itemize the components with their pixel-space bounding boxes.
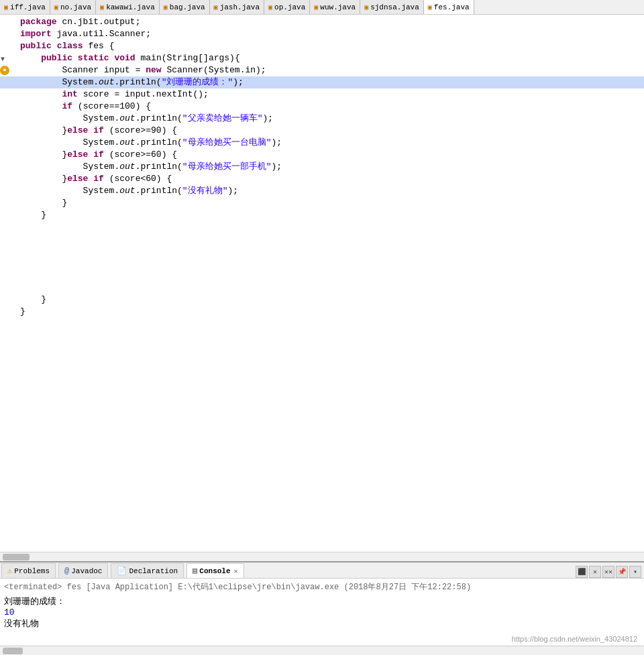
line-14-code: }else if (score<60) { [15, 173, 644, 185]
code-line-11: System.out.println("母亲给她买一台电脑"); [0, 137, 644, 149]
console-terminated: <terminated> fes [Java Application] E:\代… [4, 581, 640, 593]
line-13-code: System.out.println("母亲给她买一部手机"); [15, 161, 644, 173]
line-7-code: int score = input.nextInt(); [15, 88, 644, 101]
tab-sjdnsa[interactable]: ▣ sjdnsa.java [360, 0, 424, 15]
code-padding [0, 318, 644, 371]
java-icon: ▣ [100, 3, 104, 11]
tab-kawawi[interactable]: ▣ kawawi.java [96, 0, 160, 15]
tab-console-label: Console [199, 567, 230, 575]
line-8-code: if (score==100) { [15, 101, 644, 113]
tab-declaration[interactable]: 📄 Declaration [111, 563, 184, 578]
java-icon: ▣ [54, 3, 58, 11]
warn-icon: ⚠ [7, 566, 12, 576]
code-line-13: System.out.println("母亲给她买一部手机"); [0, 161, 644, 173]
code-line-20 [0, 245, 644, 257]
tab-console-x: ✕ [234, 567, 238, 575]
code-line-7: int score = input.nextInt(); [0, 88, 644, 101]
console-line-3: 没有礼物 [4, 617, 640, 630]
tab-declaration-label: Declaration [129, 567, 178, 575]
line-11-code: System.out.println("母亲给她买一台电脑"); [15, 137, 644, 149]
horizontal-scrollbar[interactable] [0, 552, 644, 561]
tab-javadoc[interactable]: @ Javadoc [58, 563, 108, 578]
java-icon: ▣ [314, 3, 318, 11]
code-editor: package cn.jbit.output; import java.util… [0, 15, 644, 561]
java-icon: ▣ [428, 3, 432, 11]
tab-sjdnsa-label: sjdnsa.java [370, 3, 419, 11]
tab-iff-label: iff.java [10, 3, 46, 11]
tab-jash[interactable]: ▣ jash.java [210, 0, 264, 15]
java-icon: ▣ [214, 3, 218, 11]
line-23-code [15, 282, 644, 294]
code-line-4: ▼ public static void main(String[]args){ [0, 52, 644, 64]
tab-fes[interactable]: ▣ fes.java [424, 0, 474, 15]
code-line-25: } [0, 306, 644, 318]
console-line-1: 刘珊珊的成绩： [4, 595, 640, 607]
line-12-code: }else if (score>=60) { [15, 149, 644, 161]
tab-bag-label: bag.java [170, 3, 205, 11]
tab-problems[interactable]: ⚠ Problems [1, 563, 56, 578]
line-5-code: Scanner input = new Scanner(System.in); [15, 64, 644, 76]
tab-no[interactable]: ▣ no.java [50, 0, 96, 15]
line-15-code: System.out.println("没有礼物"); [15, 185, 644, 197]
line-19-code [15, 233, 644, 245]
code-line-16: } [0, 197, 644, 209]
toolbar-btn-2[interactable]: ✕ [589, 566, 601, 578]
toolbar-btn-3[interactable]: ✕✕ [602, 566, 614, 578]
tab-fes-label: fes.java [434, 3, 470, 11]
tab-wuw-label: wuw.java [320, 3, 356, 11]
bottom-scrollbar[interactable] [0, 646, 644, 655]
scrollbar-thumb [3, 554, 30, 560]
line-4-code: public static void main(String[]args){ [15, 52, 644, 64]
code-line-1: package cn.jbit.output; [0, 16, 644, 28]
tab-jash-label: jash.java [220, 3, 260, 11]
java-icon: ▣ [164, 3, 168, 11]
code-line-17: } [0, 209, 644, 221]
code-line-14: }else if (score<60) { [0, 173, 644, 185]
tab-problems-label: Problems [14, 567, 50, 575]
code-line-15: System.out.println("没有礼物"); [0, 185, 644, 197]
panel-tabs: ⚠ Problems @ Javadoc 📄 Declaration ▤ Con… [0, 562, 644, 579]
code-line-18 [0, 221, 644, 233]
toolbar-btn-1[interactable]: ⬛ [576, 566, 588, 578]
java-icon: ▣ [4, 3, 8, 11]
code-line-22 [0, 270, 644, 282]
decl-icon: 📄 [117, 566, 127, 576]
tab-kawawi-label: kawawi.java [106, 3, 155, 11]
line-6-code: System.out.println("刘珊珊的成绩："); [15, 76, 644, 88]
tab-bag[interactable]: ▣ bag.java [160, 0, 210, 15]
line-10-code: }else if (score>=90) { [15, 125, 644, 137]
code-area[interactable]: package cn.jbit.output; import java.util… [0, 15, 644, 552]
tab-no-label: no.java [60, 3, 91, 11]
bottom-panel: ⚠ Problems @ Javadoc 📄 Declaration ▤ Con… [0, 561, 644, 646]
line-22-code [15, 270, 644, 282]
code-line-24: } [0, 294, 644, 306]
line-24-code: } [15, 294, 644, 306]
code-line-21 [0, 257, 644, 270]
tab-console[interactable]: ▤ Console ✕ [186, 563, 244, 578]
tab-iff[interactable]: ▣ iff.java [0, 0, 50, 15]
toolbar-btn-5[interactable]: ▾ [629, 566, 641, 578]
line-3-code: public class fes { [15, 40, 644, 52]
tab-op[interactable]: ▣ op.java [264, 0, 310, 15]
code-line-10: }else if (score>=90) { [0, 125, 644, 137]
bottom-scrollbar-thumb [3, 648, 23, 654]
code-line-12: }else if (score>=60) { [0, 149, 644, 161]
code-line-9: System.out.println("父亲卖给她一辆车"); [0, 113, 644, 125]
code-line-6: System.out.println("刘珊珊的成绩："); [0, 76, 644, 88]
java-icon: ▣ [364, 3, 368, 11]
tab-bar: ▣ iff.java ▣ no.java ▣ kawawi.java ▣ bag… [0, 0, 644, 15]
toolbar-btn-4[interactable]: 📌 [616, 566, 628, 578]
console-icon: ▤ [193, 566, 197, 576]
line-21-code [15, 257, 644, 270]
doc-icon: @ [64, 567, 69, 576]
code-line-2: import java.util.Scanner; [0, 28, 644, 40]
tab-op-label: op.java [274, 3, 305, 11]
tab-wuw[interactable]: ▣ wuw.java [310, 0, 360, 15]
watermark: https://blog.csdn.net/weixin_43024812 [512, 635, 637, 643]
code-line-23 [0, 282, 644, 294]
line-9-code: System.out.println("父亲卖给她一辆车"); [15, 113, 644, 125]
line-1-code: package cn.jbit.output; [15, 16, 644, 28]
java-icon: ▣ [268, 3, 272, 11]
code-line-5: ● Scanner input = new Scanner(System.in)… [0, 64, 644, 76]
line-2-code: import java.util.Scanner; [15, 28, 644, 40]
